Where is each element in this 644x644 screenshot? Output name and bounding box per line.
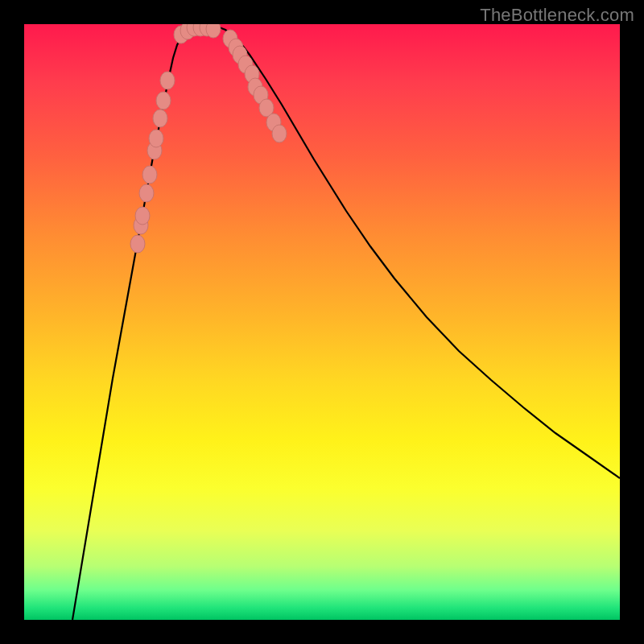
data-point [139, 184, 154, 202]
data-point [130, 235, 145, 253]
data-point [142, 166, 157, 184]
data-point [272, 125, 287, 142]
data-points-group [130, 24, 287, 253]
data-point [153, 109, 167, 127]
chart-svg [24, 24, 620, 620]
data-point [149, 130, 163, 147]
data-point [156, 92, 171, 109]
data-point [160, 72, 175, 89]
data-point [135, 207, 150, 225]
chart-frame: TheBottleneck.com [0, 0, 644, 644]
data-point [206, 24, 221, 38]
watermark-text: TheBottleneck.com [480, 5, 634, 26]
